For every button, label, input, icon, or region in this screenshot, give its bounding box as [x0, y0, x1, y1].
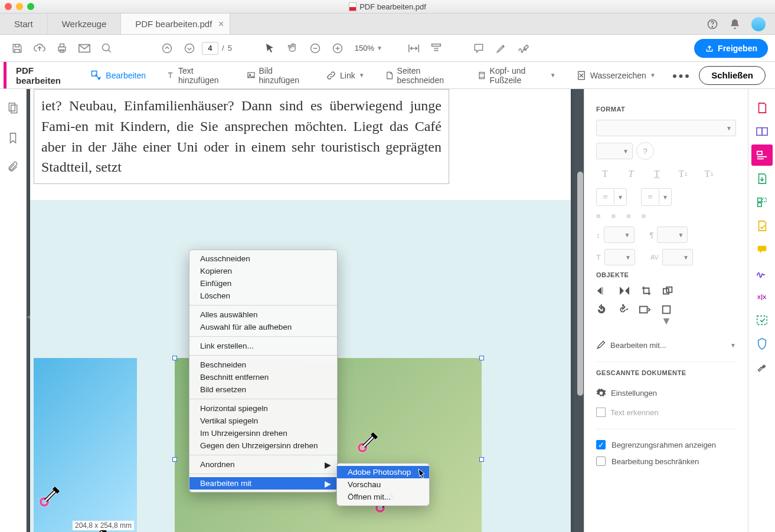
- mail-icon[interactable]: [74, 38, 94, 58]
- kerning-select[interactable]: ▼: [662, 249, 693, 265]
- ctx-cut[interactable]: Ausschneiden: [189, 252, 337, 265]
- ctx-delete[interactable]: Löschen: [189, 290, 337, 302]
- submenu-open-with[interactable]: Öffnen mit...: [337, 491, 429, 503]
- page-up-icon[interactable]: [157, 38, 177, 58]
- tab-start[interactable]: Start: [0, 14, 48, 34]
- cloud-upload-icon[interactable]: [30, 38, 50, 58]
- rail-comment-icon[interactable]: [751, 239, 773, 260]
- ctx-replace-image[interactable]: Bild ersetzen: [189, 383, 337, 396]
- submenu-preview[interactable]: Vorschau: [337, 478, 429, 491]
- rail-create-pdf-icon[interactable]: [751, 97, 773, 119]
- rotate-cw-button[interactable]: [617, 304, 628, 327]
- show-bounds-checkbox[interactable]: ✓Begrenzungsrahmen anzeigen: [596, 436, 736, 453]
- print-icon[interactable]: [52, 38, 72, 58]
- sign-icon[interactable]: [514, 38, 534, 58]
- flip-vertical-button[interactable]: [596, 285, 608, 296]
- pointer-tool-icon[interactable]: [260, 38, 280, 58]
- number-list-dropdown[interactable]: ▼: [659, 189, 671, 205]
- close-tab-icon[interactable]: ×: [218, 19, 224, 29]
- ctx-crop[interactable]: Beschneiden: [189, 359, 337, 371]
- fit-page-icon[interactable]: [426, 38, 446, 58]
- bullet-list-dropdown[interactable]: ▼: [614, 189, 626, 205]
- align-objects-button[interactable]: ▼: [661, 304, 672, 327]
- ctx-rotate-cw[interactable]: Im Uhrzeigersinn drehen: [189, 427, 337, 439]
- link-tool[interactable]: Link▼: [318, 62, 373, 88]
- tab-document[interactable]: PDF bearbeiten.pdf×: [121, 14, 230, 34]
- selection-handle[interactable]: [172, 457, 177, 462]
- ctx-select-all[interactable]: Alles auswählen: [189, 308, 337, 321]
- rotate-ccw-button[interactable]: [596, 304, 607, 327]
- subscript-button[interactable]: T1: [700, 166, 718, 182]
- maximize-window-button[interactable]: [27, 3, 34, 10]
- superscript-button[interactable]: T1: [674, 166, 692, 182]
- help-icon[interactable]: [707, 18, 718, 30]
- crop-button[interactable]: [641, 285, 652, 296]
- close-edit-button[interactable]: Schließen: [699, 66, 766, 85]
- ctx-copy[interactable]: Kopieren: [189, 265, 337, 277]
- rail-combine-icon[interactable]: [751, 121, 773, 142]
- zoom-in-icon[interactable]: [328, 38, 348, 58]
- number-list-button[interactable]: ≡: [642, 189, 659, 205]
- user-avatar[interactable]: [751, 17, 766, 31]
- selection-handle[interactable]: [172, 356, 177, 360]
- align-right-button[interactable]: ≡: [626, 212, 631, 221]
- flip-horizontal-button[interactable]: [619, 285, 630, 296]
- header-footer-tool[interactable]: Kopf- und Fußzeile▼: [469, 62, 564, 88]
- ctx-arrange[interactable]: Anordnen▶: [189, 458, 337, 471]
- ctx-create-link[interactable]: Link erstellen...: [189, 340, 337, 352]
- rail-redact-icon[interactable]: x|x: [751, 286, 773, 307]
- edit-tool[interactable]: Bearbeiten: [82, 62, 154, 88]
- search-icon[interactable]: [97, 38, 117, 58]
- thumbnails-icon[interactable]: [7, 102, 19, 115]
- rail-optimize-icon[interactable]: [751, 310, 773, 331]
- page-down-icon[interactable]: [179, 38, 200, 58]
- add-text-tool[interactable]: Text hinzufügen: [158, 62, 234, 88]
- line-height-select[interactable]: ▼: [604, 226, 635, 243]
- fit-width-icon[interactable]: [404, 38, 424, 58]
- rail-organize-icon[interactable]: [751, 192, 773, 213]
- tab-tools[interactable]: Werkzeuge: [48, 14, 122, 34]
- selection-handle[interactable]: [479, 457, 484, 462]
- highlight-icon[interactable]: [491, 38, 511, 58]
- ctx-paste[interactable]: Einfügen: [189, 277, 337, 290]
- replace-image-button[interactable]: [639, 304, 650, 327]
- ctx-rotate-ccw[interactable]: Gegen den Uhrzeigersinn drehen: [189, 439, 337, 452]
- font-help-icon[interactable]: ?: [636, 142, 654, 160]
- settings-link[interactable]: Einstellungen: [596, 383, 736, 403]
- underline-button[interactable]: T: [648, 166, 666, 182]
- document-canvas[interactable]: ◀: [27, 89, 584, 532]
- align-justify-button[interactable]: ≡: [642, 212, 646, 221]
- vertical-scrollbar[interactable]: [577, 172, 583, 396]
- bell-icon[interactable]: [729, 18, 741, 30]
- rail-fill-sign-icon[interactable]: [751, 215, 773, 237]
- close-window-button[interactable]: [5, 3, 12, 10]
- bullet-list-button[interactable]: ≡: [597, 189, 614, 205]
- ctx-flip-h[interactable]: Horizontal spiegeln: [189, 402, 337, 415]
- font-family-select[interactable]: ▼: [596, 120, 736, 136]
- share-button[interactable]: Freigeben: [694, 39, 768, 58]
- crop-pages-tool[interactable]: Seiten beschneiden: [377, 62, 466, 88]
- align-left-button[interactable]: ≡: [596, 212, 601, 221]
- edit-with-link[interactable]: Bearbeiten mit...▼: [596, 336, 736, 354]
- zoom-select[interactable]: 150%▼: [350, 44, 387, 52]
- rail-more-tools-icon[interactable]: [751, 357, 773, 378]
- paragraph-spacing-select[interactable]: ▼: [657, 226, 688, 243]
- rail-signature-icon[interactable]: [751, 262, 773, 284]
- ctx-remove-crop[interactable]: Beschnitt entfernen: [189, 371, 337, 383]
- restrict-editing-checkbox[interactable]: Bearbeitung beschränken: [596, 453, 736, 469]
- add-image-tool[interactable]: Bild hinzufügen: [238, 62, 314, 88]
- italic-button[interactable]: T: [622, 166, 640, 182]
- text-block[interactable]: iet? Neubau, Einfamilienhäuser? Dann sin…: [34, 89, 449, 184]
- recognize-text-link[interactable]: Text erkennen: [596, 403, 736, 422]
- hand-tool-icon[interactable]: [283, 38, 303, 58]
- page-current-input[interactable]: [202, 42, 218, 55]
- document-image-1[interactable]: [34, 358, 137, 532]
- rail-edit-pdf-icon[interactable]: [751, 145, 773, 166]
- bookmark-icon[interactable]: [8, 132, 18, 145]
- submenu-photoshop[interactable]: Adobe Photoshop: [337, 466, 429, 478]
- minimize-window-button[interactable]: [16, 3, 23, 10]
- bold-button[interactable]: T: [596, 166, 614, 182]
- save-icon[interactable]: [7, 38, 27, 58]
- rail-export-icon[interactable]: [751, 168, 773, 189]
- font-size-select[interactable]: ▼: [596, 143, 633, 159]
